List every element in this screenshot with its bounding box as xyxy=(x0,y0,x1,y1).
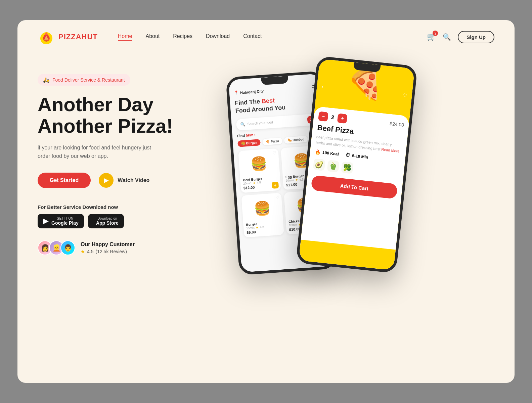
p1-food-card-3: ♡ 🍔 Burger 15min ★ 4.3 $9.00 xyxy=(241,193,284,237)
p2-read-more[interactable]: Read More xyxy=(381,147,400,153)
p2-decrease-button[interactable]: − xyxy=(318,111,328,122)
p1-cat-burger[interactable]: 🍔 Burger xyxy=(237,139,261,147)
p2-quantity: 2 xyxy=(331,114,335,121)
nav-links: Home About Recipes Download Contact xyxy=(118,33,427,41)
phone-container: 📍 Habiganj City ☰ Find The BestFood Arou… xyxy=(212,60,494,336)
nav-home[interactable]: Home xyxy=(118,33,132,41)
p1-heart-1[interactable]: ♡ xyxy=(272,150,276,155)
p1-heart-3[interactable]: ♡ xyxy=(276,195,280,200)
watch-video-button[interactable]: ▶ Watch Video xyxy=(99,173,149,188)
page-wrapper: PIZZAHUT Home About Recipes Download Con… xyxy=(17,20,515,383)
rating-row: ★ 4.5 (12.5k Review) xyxy=(81,249,135,254)
nav-right: 🛒 2 🔍 Sign Up xyxy=(427,31,494,43)
ingredient-2: 🫑 xyxy=(327,160,339,172)
ingredient-1: 🥑 xyxy=(313,159,325,171)
hero-subtitle: if your are looking for food and feel hu… xyxy=(38,143,152,161)
delivery-icon: 🛵 xyxy=(43,77,50,83)
customer-info: Our Happy Customer ★ 4.5 (12.5k Review) xyxy=(81,241,135,254)
clock-icon: ⏱ xyxy=(345,152,351,158)
star-icon: ★ xyxy=(81,249,85,254)
play-icon: ▶ xyxy=(99,173,114,188)
p1-food-img-3: 🍔 xyxy=(244,195,280,221)
nav-download[interactable]: Download xyxy=(206,33,230,41)
p2-time-stat: ⏱ 5-10 Min xyxy=(345,152,368,160)
fire-icon: 🔥 xyxy=(314,149,321,155)
p2-price: $24.00 xyxy=(390,121,404,128)
p2-pizza-image: 🍕 xyxy=(345,66,386,100)
hero-right: 📍 Habiganj City ☰ Find The BestFood Arou… xyxy=(212,60,494,336)
p1-add-btn-1[interactable]: + xyxy=(272,181,279,188)
store-buttons: ▶ GET IT ON Google Play Download on App … xyxy=(38,214,199,228)
p2-back-icon[interactable]: ‹ xyxy=(321,84,323,89)
avatar-3: 👨 xyxy=(60,240,75,255)
badge-pill: 🛵 Food Deliver Service & Restaurant xyxy=(38,74,130,86)
nav-recipes[interactable]: Recipes xyxy=(173,33,192,41)
logo-area: PIZZAHUT xyxy=(38,28,98,46)
cart-badge: 2 xyxy=(433,31,438,36)
logo-text: PIZZAHUT xyxy=(58,33,98,41)
phone2: ‹ 🍕 ♡ − 2 + $24.00 Beef Pizza xyxy=(296,56,417,273)
p1-food-img-1: 🍔 xyxy=(241,151,277,177)
download-section: For Better Service Download now ▶ GET IT… xyxy=(38,204,199,228)
get-started-button[interactable]: Get Started xyxy=(38,173,91,188)
app-store-button[interactable]: Download on App Store xyxy=(88,214,124,228)
p1-food-card-1: ♡ 🍔 Beef Burger 20min ★ 4.5 $12.00 + xyxy=(238,148,281,193)
p1-cat-pizza[interactable]: 🍕 Pizza xyxy=(262,137,282,145)
ingredient-3: 🥦 xyxy=(341,161,353,174)
hero-left: 🛵 Food Deliver Service & Restaurant Anot… xyxy=(38,60,199,255)
signup-button[interactable]: Sign Up xyxy=(458,31,494,43)
search-icon[interactable]: 🔍 xyxy=(443,33,451,41)
p2-increase-button[interactable]: + xyxy=(337,113,348,124)
download-label: For Better Service Download now xyxy=(38,204,199,210)
google-play-icon: ▶ xyxy=(43,217,49,225)
navbar: PIZZAHUT Home About Recipes Download Con… xyxy=(17,20,515,54)
logo-icon xyxy=(38,28,55,46)
cart-button[interactable]: 🛒 2 xyxy=(427,33,436,41)
p1-cat-hotdog[interactable]: 🌭 Hotdog xyxy=(284,136,308,144)
add-to-cart-button[interactable]: Add To Cart xyxy=(311,175,398,199)
p2-bottom: − 2 + $24.00 Beef Pizza beef pizza salad… xyxy=(301,106,410,250)
happy-customer: 👩 👱 👨 Our Happy Customer ★ 4.5 (12.5k Re… xyxy=(38,240,199,255)
p2-heart-icon[interactable]: ♡ xyxy=(403,92,408,98)
cta-buttons: Get Started ▶ Watch Video xyxy=(38,173,199,188)
p2-kcal-stat: 🔥 100 Kcal xyxy=(314,149,339,157)
nav-contact[interactable]: Contact xyxy=(243,33,262,41)
google-play-button[interactable]: ▶ GET IT ON Google Play xyxy=(38,214,84,228)
nav-about[interactable]: About xyxy=(145,33,160,41)
avatars: 👩 👱 👨 xyxy=(38,240,75,255)
hero-section: 🛵 Food Deliver Service & Restaurant Anot… xyxy=(17,54,515,349)
p1-search-icon: 🔍 xyxy=(240,122,246,127)
p1-location: 📍 Habiganj City xyxy=(234,89,264,95)
hero-title: Another Day Another Pizza! xyxy=(38,94,199,137)
